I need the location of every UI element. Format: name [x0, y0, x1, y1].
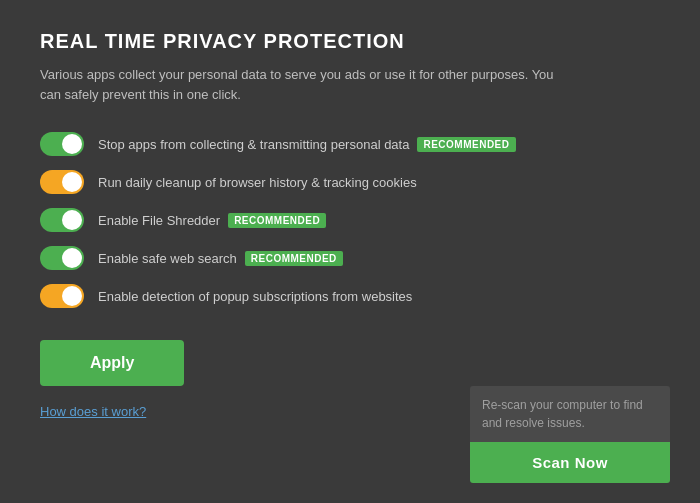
- toggle-file-shredder[interactable]: [40, 208, 84, 232]
- toggle-label-daily-cleanup: Run daily cleanup of browser history & t…: [98, 175, 417, 190]
- toggle-knob: [62, 172, 82, 192]
- page-description: Various apps collect your personal data …: [40, 65, 560, 104]
- toggle-label-file-shredder: Enable File Shredder RECOMMENDED: [98, 213, 326, 228]
- toggle-row: Enable safe web search RECOMMENDED: [40, 246, 660, 270]
- how-does-it-work-link[interactable]: How does it work?: [40, 404, 146, 419]
- badge-file-shredder: RECOMMENDED: [228, 213, 326, 228]
- page-title: REAL TIME PRIVACY PROTECTION: [40, 30, 660, 53]
- toggle-knob: [62, 286, 82, 306]
- toggle-knob: [62, 210, 82, 230]
- toggle-label-safe-search: Enable safe web search RECOMMENDED: [98, 251, 343, 266]
- badge-stop-apps: RECOMMENDED: [417, 137, 515, 152]
- apply-button[interactable]: Apply: [40, 340, 184, 386]
- main-container: REAL TIME PRIVACY PROTECTION Various app…: [0, 0, 700, 503]
- toggle-stop-apps[interactable]: [40, 132, 84, 156]
- toggle-knob: [62, 134, 82, 154]
- toggle-popup-detection[interactable]: [40, 284, 84, 308]
- toggle-row: Enable File Shredder RECOMMENDED: [40, 208, 660, 232]
- toggle-row: Enable detection of popup subscriptions …: [40, 284, 660, 308]
- toggle-knob: [62, 248, 82, 268]
- toggle-row: Run daily cleanup of browser history & t…: [40, 170, 660, 194]
- toggle-label-stop-apps: Stop apps from collecting & transmitting…: [98, 137, 516, 152]
- toggle-list: Stop apps from collecting & transmitting…: [40, 132, 660, 308]
- toggle-label-popup-detection: Enable detection of popup subscriptions …: [98, 289, 412, 304]
- rescan-panel: Re-scan your computer to find and resolv…: [470, 386, 670, 483]
- toggle-daily-cleanup[interactable]: [40, 170, 84, 194]
- toggle-safe-search[interactable]: [40, 246, 84, 270]
- rescan-text: Re-scan your computer to find and resolv…: [470, 386, 670, 442]
- badge-safe-search: RECOMMENDED: [245, 251, 343, 266]
- toggle-row: Stop apps from collecting & transmitting…: [40, 132, 660, 156]
- scan-now-button[interactable]: Scan Now: [470, 442, 670, 483]
